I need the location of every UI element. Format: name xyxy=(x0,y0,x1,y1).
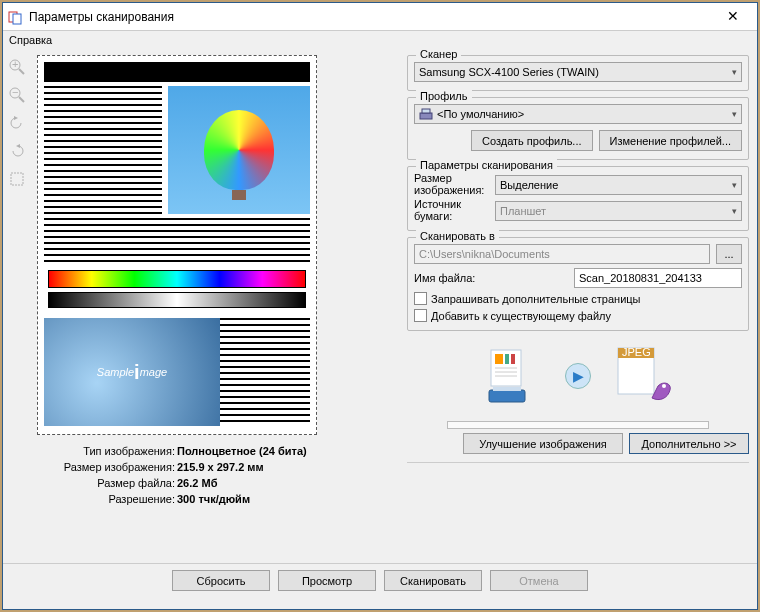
svg-rect-14 xyxy=(495,354,503,364)
crop-icon[interactable] xyxy=(5,167,29,191)
profile-select-value: <По умолчанию> xyxy=(437,108,524,120)
window-title: Параметры сканирования xyxy=(29,10,713,24)
profile-group: Профиль <По умолчанию> Создать профиль..… xyxy=(407,97,749,160)
append-file-checkbox[interactable] xyxy=(414,309,427,322)
toolbar: + − xyxy=(3,51,33,561)
menu-bar: Справка xyxy=(3,31,757,51)
info-imgsize-label: Размер изображения: xyxy=(37,461,177,477)
preview-frame[interactable]: Sample image xyxy=(37,55,317,435)
scanner-select-value: Samsung SCX-4100 Series (TWAIN) xyxy=(419,66,599,78)
title-bar[interactable]: Параметры сканирования ✕ xyxy=(3,3,757,31)
right-pane: Сканер Samsung SCX-4100 Series (TWAIN) П… xyxy=(403,51,757,561)
profile-icon xyxy=(419,107,433,121)
info-res-label: Разрешение: xyxy=(37,493,177,509)
footer-buttons: Сбросить Просмотр Сканировать Отмена xyxy=(3,563,757,593)
profile-select[interactable]: <По умолчанию> xyxy=(414,104,742,124)
cancel-button: Отмена xyxy=(490,570,588,591)
output-diagram-icon[interactable]: JPEG xyxy=(611,341,681,411)
more-options-button[interactable]: Дополнительно >> xyxy=(629,433,749,454)
scan-button[interactable]: Сканировать xyxy=(384,570,482,591)
svg-rect-1 xyxy=(13,14,21,24)
app-icon xyxy=(7,9,23,25)
menu-help[interactable]: Справка xyxy=(9,34,52,46)
preview-image: Sample image xyxy=(38,56,316,434)
svg-rect-20 xyxy=(489,390,525,402)
rotate-left-icon[interactable] xyxy=(5,111,29,135)
reset-button[interactable]: Сбросить xyxy=(172,570,270,591)
ask-more-pages-checkbox[interactable] xyxy=(414,292,427,305)
scan-path-value: C:\Users\nikna\Documents xyxy=(419,248,550,260)
edit-profiles-button[interactable]: Изменение профилей... xyxy=(599,130,742,151)
content-area: + − Samp xyxy=(3,51,757,561)
info-panel: Тип изображения:Полноцветное (24 бита) Р… xyxy=(37,445,317,509)
left-pane: + − Samp xyxy=(3,51,403,561)
svg-line-3 xyxy=(19,69,24,74)
image-size-value: Выделение xyxy=(500,179,558,191)
info-filesize-value: 26.2 Мб xyxy=(177,477,217,493)
scanner-group-title: Сканер xyxy=(416,48,461,60)
preview-zone: Sample image Тип изображения:Полноцветно… xyxy=(33,51,403,561)
scan-params-group: Параметры сканирования Размер изображени… xyxy=(407,166,749,231)
info-type-value: Полноцветное (24 бита) xyxy=(177,445,307,461)
scanner-select[interactable]: Samsung SCX-4100 Series (TWAIN) xyxy=(414,62,742,82)
close-button[interactable]: ✕ xyxy=(713,6,753,28)
filename-input[interactable]: Scan_20180831_204133 xyxy=(574,268,742,288)
arrow-icon: ▶ xyxy=(565,363,591,389)
info-imgsize-value: 215.9 x 297.2 мм xyxy=(177,461,264,477)
filename-value: Scan_20180831_204133 xyxy=(579,272,702,284)
svg-marker-8 xyxy=(14,116,18,120)
sample-text-post: mage xyxy=(140,366,168,378)
progress-bar xyxy=(447,421,709,429)
svg-rect-15 xyxy=(505,354,509,364)
output-format-badge: JPEG xyxy=(622,346,651,358)
svg-text:+: + xyxy=(12,58,18,70)
sample-text-pre: Sample xyxy=(97,366,134,378)
rotate-right-icon[interactable] xyxy=(5,139,29,163)
image-size-label: Размер изображения: xyxy=(414,173,489,196)
svg-point-24 xyxy=(662,384,666,388)
workflow-diagram: ▶ JPEG xyxy=(407,341,749,411)
scan-path-field: C:\Users\nikna\Documents xyxy=(414,244,710,264)
info-type-label: Тип изображения: xyxy=(37,445,177,461)
svg-line-6 xyxy=(19,97,24,102)
paper-source-label: Источник бумаги: xyxy=(414,199,489,222)
svg-marker-9 xyxy=(16,144,20,148)
zoom-in-icon[interactable]: + xyxy=(5,55,29,79)
image-size-select[interactable]: Выделение xyxy=(495,175,742,195)
svg-rect-11 xyxy=(420,113,432,119)
scanner-diagram-icon[interactable] xyxy=(475,341,545,411)
scan-to-group-title: Сканировать в xyxy=(416,230,499,242)
zoom-out-icon[interactable]: − xyxy=(5,83,29,107)
browse-button[interactable]: ... xyxy=(716,244,742,264)
sample-image-label: Sample image xyxy=(44,318,220,426)
paper-source-select: Планшет xyxy=(495,201,742,221)
scanner-group: Сканер Samsung SCX-4100 Series (TWAIN) xyxy=(407,55,749,91)
svg-rect-16 xyxy=(511,354,515,364)
svg-rect-21 xyxy=(493,387,521,391)
enhance-button[interactable]: Улучшение изображения xyxy=(463,433,623,454)
scan-to-group: Сканировать в C:\Users\nikna\Documents .… xyxy=(407,237,749,331)
scan-settings-window: Параметры сканирования ✕ Справка + − xyxy=(2,2,758,610)
filename-label: Имя файла: xyxy=(414,272,489,284)
profile-group-title: Профиль xyxy=(416,90,472,102)
ask-more-pages-label: Запрашивать дополнительные страницы xyxy=(431,293,641,305)
info-filesize-label: Размер файла: xyxy=(37,477,177,493)
paper-source-value: Планшет xyxy=(500,205,546,217)
info-res-value: 300 тчк/дюйм xyxy=(177,493,250,509)
append-file-label: Добавить к существующему файлу xyxy=(431,310,611,322)
preview-button[interactable]: Просмотр xyxy=(278,570,376,591)
svg-text:−: − xyxy=(12,86,18,98)
scan-params-group-title: Параметры сканирования xyxy=(416,159,557,171)
svg-rect-10 xyxy=(11,173,23,185)
svg-rect-12 xyxy=(422,109,430,113)
create-profile-button[interactable]: Создать профиль... xyxy=(471,130,593,151)
